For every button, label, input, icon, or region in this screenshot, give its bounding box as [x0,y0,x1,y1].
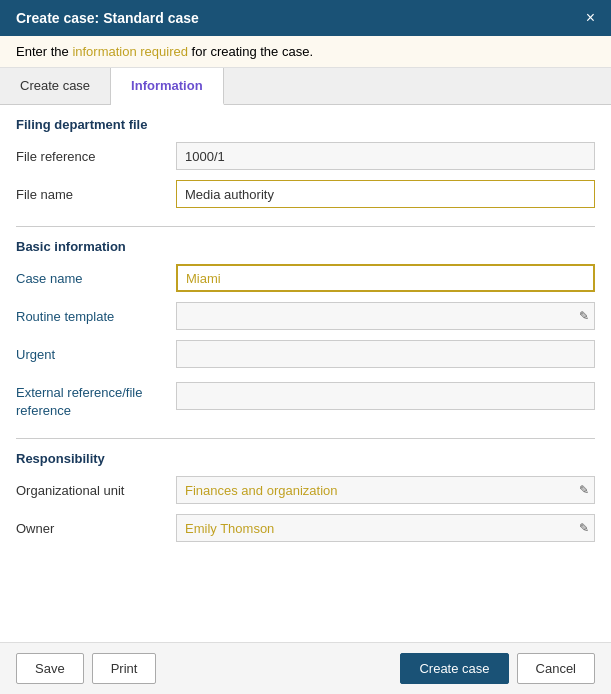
cancel-button[interactable]: Cancel [517,653,595,684]
routine-template-input[interactable] [176,302,595,330]
external-ref-row: External reference/file reference [16,378,595,420]
file-reference-label: File reference [16,149,176,164]
create-case-button[interactable]: Create case [400,653,508,684]
owner-label: Owner [16,521,176,536]
urgent-input[interactable] [176,340,595,368]
org-unit-label: Organizational unit [16,483,176,498]
responsibility-title: Responsibility [16,451,595,466]
save-button[interactable]: Save [16,653,84,684]
routine-template-field: ✎ [176,302,595,330]
filing-section-title: Filing department file [16,117,595,132]
org-unit-field: ✎ [176,476,595,504]
file-name-row: File name [16,180,595,208]
modal-dialog: Create case: Standard case × Enter the i… [0,0,611,694]
modal-footer: Save Print Create case Cancel [0,642,611,694]
modal-body: Filing department file File reference Fi… [0,105,611,642]
urgent-row: Urgent [16,340,595,368]
print-button[interactable]: Print [92,653,157,684]
case-name-row: Case name [16,264,595,292]
responsibility-section: Responsibility Organizational unit ✎ Own… [0,439,611,560]
info-text-link: information required [72,44,188,59]
file-name-label: File name [16,187,176,202]
modal-title: Create case: Standard case [16,10,199,26]
external-ref-label: External reference/file reference [16,380,176,420]
external-ref-input[interactable] [176,382,595,410]
modal-header: Create case: Standard case × [0,0,611,36]
info-bar: Enter the information required for creat… [0,36,611,68]
urgent-label: Urgent [16,347,176,362]
tab-information[interactable]: Information [111,68,224,105]
file-name-input[interactable] [176,180,595,208]
routine-template-row: Routine template ✎ [16,302,595,330]
case-name-label: Case name [16,271,176,286]
info-text-before: Enter the [16,44,72,59]
tabs-bar: Create case Information [0,68,611,105]
close-button[interactable]: × [586,10,595,26]
info-text-after: for creating the case. [188,44,313,59]
routine-template-label: Routine template [16,309,176,324]
basic-info-title: Basic information [16,239,595,254]
org-unit-row: Organizational unit ✎ [16,476,595,504]
file-reference-input[interactable] [176,142,595,170]
filing-section: Filing department file File reference Fi… [0,105,611,226]
case-name-input[interactable] [176,264,595,292]
owner-row: Owner ✎ [16,514,595,542]
owner-input[interactable] [176,514,595,542]
tab-create-case[interactable]: Create case [0,68,111,104]
owner-field: ✎ [176,514,595,542]
basic-info-section: Basic information Case name Routine temp… [0,227,611,438]
file-reference-row: File reference [16,142,595,170]
org-unit-input[interactable] [176,476,595,504]
